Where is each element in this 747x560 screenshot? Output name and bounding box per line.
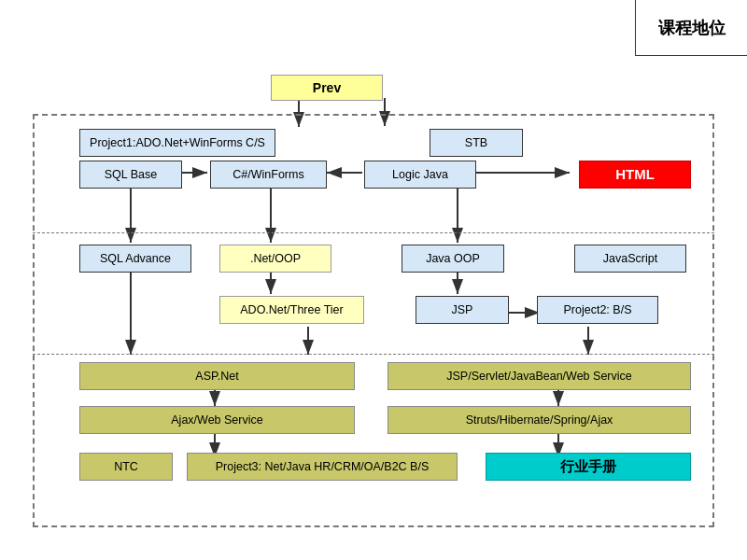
html-node: HTML bbox=[579, 161, 691, 189]
title-text: 课程地位 bbox=[658, 17, 726, 39]
industry-node: 行业手册 bbox=[486, 453, 691, 481]
jsp-node: JSP bbox=[416, 296, 509, 324]
ajax-web-node: Ajax/Web Service bbox=[79, 406, 355, 434]
ajax-web-label: Ajax/Web Service bbox=[171, 413, 262, 427]
java-oop-node: Java OOP bbox=[402, 245, 504, 273]
jsp-servlet-node: JSP/Servlet/JavaBean/Web Service bbox=[388, 362, 691, 390]
net-oop-node: .Net/OOP bbox=[219, 245, 331, 273]
project3-node: Project3: Net/Java HR/CRM/OA/B2C B/S bbox=[187, 453, 458, 481]
asp-net-node: ASP.Net bbox=[79, 362, 355, 390]
project2-node: Project2: B/S bbox=[537, 296, 658, 324]
java-oop-label: Java OOP bbox=[426, 251, 480, 266]
project1-node: Project1:ADO.Net+WinForms C/S bbox=[79, 129, 275, 157]
sql-advance-label: SQL Advance bbox=[100, 251, 171, 266]
struts-label: Struts/Hibernate/Spring/Ajax bbox=[466, 413, 613, 427]
csharp-node: C#/WinForms bbox=[210, 161, 327, 189]
industry-label: 行业手册 bbox=[560, 457, 616, 476]
ado-net-node: ADO.Net/Three Tier bbox=[219, 296, 364, 324]
ntc-node: NTC bbox=[79, 453, 173, 481]
jsp-label: JSP bbox=[452, 302, 473, 317]
ado-net-label: ADO.Net/Three Tier bbox=[240, 302, 343, 317]
html-label: HTML bbox=[615, 165, 655, 184]
prev-node: Prev bbox=[271, 75, 383, 101]
logic-java-node: Logic Java bbox=[364, 161, 476, 189]
project1-label: Project1:ADO.Net+WinForms C/S bbox=[90, 135, 265, 150]
stb-node: STB bbox=[430, 129, 523, 157]
csharp-label: C#/WinForms bbox=[233, 167, 303, 182]
stb-label: STB bbox=[465, 135, 487, 150]
logic-java-label: Logic Java bbox=[392, 167, 448, 182]
struts-node: Struts/Hibernate/Spring/Ajax bbox=[388, 406, 691, 434]
javascript-label: JavaScript bbox=[603, 251, 657, 266]
asp-net-label: ASP.Net bbox=[195, 369, 238, 384]
sql-base-node: SQL Base bbox=[79, 161, 182, 189]
diagram: Prev Project1:ADO.Net+WinForms C/S STB S… bbox=[28, 75, 719, 532]
sql-advance-node: SQL Advance bbox=[79, 245, 191, 273]
course-position-label: 课程地位 bbox=[635, 0, 747, 56]
page-container: 课程地位 bbox=[0, 0, 747, 560]
project3-label: Project3: Net/Java HR/CRM/OA/B2C B/S bbox=[216, 459, 430, 474]
prev-label: Prev bbox=[313, 79, 341, 96]
sql-base-label: SQL Base bbox=[105, 167, 158, 182]
ntc-label: NTC bbox=[114, 459, 138, 474]
project2-label: Project2: B/S bbox=[564, 302, 632, 317]
javascript-node: JavaScript bbox=[574, 245, 686, 273]
jsp-servlet-label: JSP/Servlet/JavaBean/Web Service bbox=[446, 369, 631, 384]
net-oop-label: .Net/OOP bbox=[250, 251, 301, 266]
